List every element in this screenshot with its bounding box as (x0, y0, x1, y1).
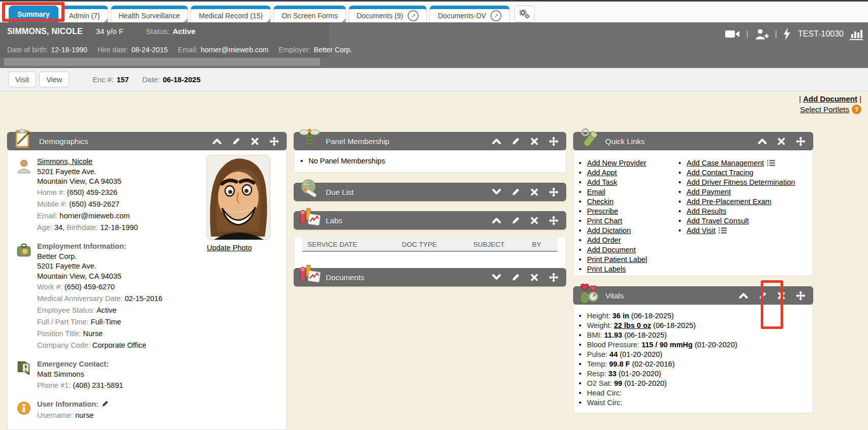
due-list-header: Due List (294, 183, 566, 201)
external-link-circle-icon[interactable]: ↗ (408, 10, 419, 21)
quick-link: Add Visit (677, 226, 795, 236)
move-icon[interactable] (269, 137, 279, 146)
select-portlets-link[interactable]: Select Portlets (800, 105, 849, 114)
x-icon[interactable] (251, 138, 259, 145)
visit-button[interactable]: Visit (8, 72, 36, 87)
portlet-vitals: Vitals Height: 36 in (06-18-2025) Weight… (573, 286, 813, 413)
tab-medical-record-label: Medical Record (15) (199, 12, 263, 20)
quick-link: Email (578, 187, 677, 197)
list-icon (719, 226, 727, 236)
patient-email: horner@mieweb.com (59, 212, 130, 220)
labs-icon (298, 207, 321, 230)
employer-value: Better Corp. (314, 46, 352, 54)
chevron-up-icon[interactable] (758, 138, 767, 144)
move-icon[interactable] (549, 273, 559, 282)
patient-identity-row: SIMMONS, NICOLE 34 y/o F Status: Active (7, 27, 196, 36)
briefcase-icon (16, 241, 37, 352)
quick-link: Print Labels (578, 264, 677, 274)
chevron-up-icon[interactable] (492, 138, 501, 144)
panel-membership-empty: No Panel Memberships (299, 156, 566, 166)
home-phone: (650) 459-2326 (67, 188, 117, 196)
vital-resp: Resp: 33 (01-20-2020) (578, 369, 813, 379)
person-add-icon[interactable] (755, 28, 769, 40)
external-link-circle-icon[interactable]: ↗ (490, 10, 502, 21)
tab-documents-dv[interactable]: Documents-DV ↗ (429, 6, 510, 22)
x-icon[interactable] (531, 138, 538, 145)
chevron-down-icon[interactable] (492, 274, 501, 280)
update-photo-link[interactable]: Update Photo (207, 244, 252, 252)
pencil-icon[interactable] (512, 137, 520, 145)
tab-summary[interactable]: Summary (9, 6, 58, 22)
employee-status: Active (97, 306, 117, 314)
emergency-contact-name: Matt Simmons (37, 370, 123, 380)
pencil-icon[interactable] (512, 216, 520, 224)
pencil-icon[interactable] (512, 188, 520, 196)
tab-on-screen-forms[interactable]: On Screen Forms (273, 6, 346, 22)
vitals-body: Height: 36 in (06-18-2025) Weight: 22 lb… (573, 305, 813, 413)
move-icon[interactable] (796, 137, 805, 146)
status-label: Status: (146, 27, 170, 36)
quick-link: Checkin (578, 197, 677, 207)
move-icon[interactable] (549, 216, 559, 225)
pencil-icon[interactable] (759, 291, 767, 300)
weight-link[interactable]: 22 lbs 0 oz (614, 321, 651, 329)
work-phone: (650) 459-6270 (65, 283, 115, 291)
visit-date-value: 06-18-2025 (163, 76, 200, 84)
quick-link: Add Driver Fitness Determination (677, 178, 795, 187)
enc-value: 157 (116, 76, 129, 84)
move-icon[interactable] (549, 137, 559, 146)
tab-medical-record[interactable]: Medical Record (15) (191, 6, 271, 22)
portlet-title: Documents (326, 273, 364, 282)
tab-admin[interactable]: Admin (7) (61, 6, 108, 22)
status-value: Active (173, 27, 196, 36)
move-icon[interactable] (796, 291, 805, 301)
chevron-up-icon[interactable] (492, 217, 501, 223)
employer-label: Employer: (278, 46, 311, 54)
vitals-icon (577, 282, 601, 305)
x-icon[interactable] (778, 292, 785, 300)
bar-chart-icon[interactable] (850, 28, 863, 40)
dob-value: 12-18-1990 (51, 46, 87, 54)
chevron-down-icon[interactable] (492, 189, 501, 195)
chevron-up-icon[interactable] (212, 138, 222, 144)
employer-address-1: 5201 Fayette Ave. (37, 261, 163, 272)
demographics-header: Demographics (7, 132, 287, 150)
email-label: Email: (178, 46, 198, 54)
mobile-phone: (650) 459-2627 (69, 200, 119, 208)
x-icon[interactable] (531, 217, 538, 224)
x-icon[interactable] (778, 138, 785, 145)
x-icon[interactable] (531, 188, 538, 196)
emergency-book-icon (16, 359, 37, 391)
lightning-icon[interactable] (783, 28, 791, 40)
tab-documents-label: Documents (9) (357, 12, 404, 20)
header-scrollbar[interactable] (4, 58, 320, 66)
vital-head-circ: Head Circ: (578, 388, 813, 398)
info-icon (16, 399, 37, 421)
video-camera-icon[interactable] (725, 29, 740, 39)
tab-documents[interactable]: Documents (9) ↗ (349, 6, 427, 22)
portlet-panel-membership: Panel Membership No Panel Memberships (294, 132, 566, 173)
age-value: 34, (54, 223, 65, 231)
question-mark-icon[interactable]: ? (852, 105, 861, 114)
vital-o2-sat: O2 Sat: 99 (01-20-2020) (578, 379, 813, 388)
tab-bar: Summary Admin (7) Health Surveillance Me… (0, 2, 868, 22)
move-icon[interactable] (549, 187, 559, 197)
pencil-icon[interactable] (512, 273, 520, 281)
quick-links-header: Quick Links (573, 132, 813, 150)
quick-link: Add Task (578, 178, 677, 187)
portlet-quick-links: Quick Links Add New Provider Add Appt Ad… (573, 132, 813, 276)
labs-body: SERVICE DATE DOC TYPE SUBJECT BY (294, 238, 566, 270)
person-icon (16, 157, 37, 234)
edit-user-info-pencil-icon[interactable] (102, 401, 109, 409)
patient-name-link[interactable]: Simmons, Nicole (37, 157, 92, 166)
tab-health-surveillance[interactable]: Health Surveillance (111, 6, 189, 22)
x-icon[interactable] (531, 274, 538, 281)
summary-content: | Add Document | Select Portlets ? Demog… (0, 91, 868, 430)
tab-settings-button[interactable] (514, 6, 535, 22)
pencil-icon[interactable] (232, 137, 240, 145)
labs-col-service-date: SERVICE DATE (302, 241, 397, 248)
view-button[interactable]: View (39, 72, 69, 87)
chevron-up-icon[interactable] (739, 292, 748, 299)
add-document-link[interactable]: Add Document (803, 94, 857, 103)
full-part-time: Full-Time (91, 318, 121, 326)
